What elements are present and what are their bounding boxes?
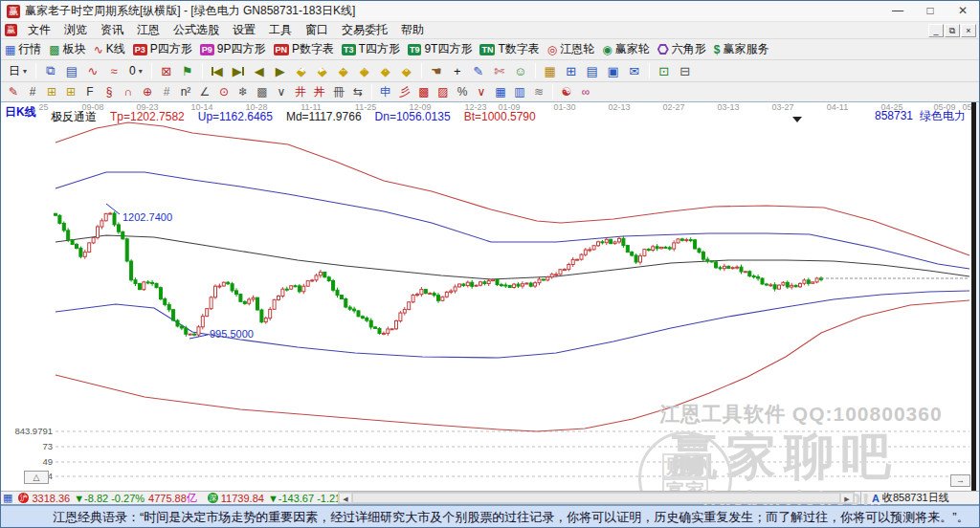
last-bar-icon[interactable]: ▶ <box>229 62 248 80</box>
zoom-out-h-icon[interactable]: ◆↔ <box>334 62 353 80</box>
zigzag-icon[interactable]: ∨ <box>473 84 490 100</box>
hexagon-button[interactable]: 六角形 <box>657 41 706 57</box>
users-icon[interactable]: ☺ <box>511 62 530 80</box>
snowflake-icon[interactable]: ❄ <box>234 84 252 100</box>
pillar-icon[interactable]: 申 <box>377 84 394 100</box>
clipboard-icon[interactable]: ▤ <box>62 62 81 80</box>
winner-service-button[interactable]: $赢家服务 <box>714 41 769 57</box>
kline-button[interactable]: ∿K线 <box>94 41 125 57</box>
winner-wheel-button[interactable]: ◉赢家轮 <box>602 41 649 57</box>
red-grid-icon[interactable]: 丼 <box>311 84 328 100</box>
shaded-box-icon[interactable]: ▩ <box>254 84 271 100</box>
angle-line-icon[interactable]: ∠ <box>196 84 213 100</box>
menu-item-9[interactable]: 交易委托 <box>335 21 394 39</box>
menu-item-3[interactable]: 资讯 <box>94 21 130 39</box>
minimize-button[interactable]: — <box>881 1 914 21</box>
yinyang-icon[interactable]: ☯ <box>558 84 575 100</box>
menu-item-2[interactable]: 浏览 <box>57 21 94 39</box>
ruler-grid-icon[interactable]: # <box>24 84 41 100</box>
menu-item-1[interactable]: 文件 <box>21 21 57 39</box>
maximize-button[interactable]: □ <box>914 1 947 21</box>
app-window: 赢 赢家老子时空周期系统[纵横版] - [绿色电力 GN858731-183日K… <box>0 0 980 528</box>
period-selector[interactable]: 日▾ <box>5 62 31 80</box>
p-square-button[interactable]: P3P四方形 <box>133 41 192 57</box>
gann-square-icon[interactable]: ⊞ <box>43 84 60 100</box>
svg-text:02-13: 02-13 <box>608 102 630 112</box>
scroll-right-button[interactable]: → <box>950 474 970 487</box>
sectors-button[interactable]: ▩板块 <box>49 41 85 57</box>
red-gate-icon[interactable]: 井 <box>292 84 309 100</box>
menu-item-10[interactable]: 帮助 <box>394 21 431 39</box>
mail-icon[interactable]: ✉ <box>625 62 644 80</box>
menu-item-7[interactable]: 工具 <box>262 21 299 39</box>
pen-tool-icon[interactable]: ✎ <box>5 84 22 100</box>
zoom-in-v-icon[interactable]: ◆⇕ <box>397 62 416 80</box>
blue-grid-icon[interactable]: ▦ <box>492 84 509 100</box>
chevron-down-icon: ▾ <box>23 67 27 76</box>
menu-item-6[interactable]: 设置 <box>226 21 262 39</box>
next-bar-icon[interactable]: ▶ <box>271 62 290 80</box>
calculator-icon[interactable]: ⊞ <box>562 62 581 80</box>
adjust-selector[interactable]: 0▾ <box>125 63 146 78</box>
mdi-close-button[interactable]: × <box>961 24 976 37</box>
target-icon[interactable]: ⊙ <box>215 84 233 100</box>
quotes-button[interactable]: ▦行情 <box>5 41 41 57</box>
horizontal-scrollbar[interactable]: ◀ ▶ <box>338 492 855 504</box>
screen-send-icon[interactable]: ⊟ <box>676 62 695 80</box>
book-grid-icon[interactable]: 冊 <box>330 84 347 100</box>
gann-square9-icon[interactable]: ⊞ <box>62 84 79 100</box>
zoom-in-h-icon[interactable]: ◆⇔ <box>355 62 374 80</box>
red-square-icon[interactable]: ▩ <box>415 84 433 100</box>
t-number-button[interactable]: TNT数字表 <box>479 41 539 57</box>
p-number-button[interactable]: PNP数字表 <box>274 41 335 57</box>
hand-tool-icon[interactable]: ☚ <box>427 62 446 80</box>
spiral-icon[interactable]: § <box>100 84 118 100</box>
blue-sheet-icon[interactable]: ▥ <box>511 84 528 100</box>
pan-right-icon[interactable]: ◆▶ <box>313 62 332 80</box>
cycle-arc-icon[interactable]: ∩ <box>120 84 137 100</box>
close-button[interactable]: ✕ <box>947 1 979 21</box>
circle-cycle-icon[interactable]: ⊕ <box>139 84 156 100</box>
quote-grid-icon[interactable]: ▦ <box>3 492 12 504</box>
close-series-label[interactable]: A 收858731日线 <box>868 492 953 504</box>
scrollbar-left-arrow[interactable]: ◀ <box>339 493 352 503</box>
v-lines-icon[interactable]: ∨ <box>273 84 290 100</box>
t-square-button[interactable]: T3T四方形 <box>342 41 400 57</box>
kline-style-icon[interactable]: ∿ <box>83 62 102 80</box>
first-bar-icon[interactable]: ◀ <box>208 62 227 80</box>
span-arrows-icon[interactable]: ⇆ <box>349 84 367 100</box>
red-hatch-icon[interactable]: ▨ <box>434 84 452 100</box>
exrights-icon[interactable]: ⊠ <box>157 62 176 80</box>
scrollbar-right-arrow[interactable]: ▶ <box>840 493 854 503</box>
calendar-icon[interactable]: ▦ <box>541 62 560 80</box>
gann-wheel-button[interactable]: ◎江恩轮 <box>547 41 594 57</box>
annotate-icon[interactable]: ✎ <box>469 62 488 80</box>
mdi-minimize-button[interactable]: _ <box>928 24 944 37</box>
ma-style-icon[interactable]: ≈ <box>104 62 123 80</box>
scrollbar-thumb[interactable] <box>352 493 840 503</box>
zoom-out-v-icon[interactable]: ◆↕ <box>376 62 395 80</box>
t9-square-button[interactable]: T99T四方形 <box>408 41 473 57</box>
report-icon[interactable]: ▤ <box>583 62 602 80</box>
menu-item-5[interactable]: 公式选股 <box>167 21 226 39</box>
infinity-icon[interactable]: ∞ <box>577 84 594 100</box>
crosshair-icon[interactable]: + <box>448 62 467 80</box>
screen-plus-icon[interactable]: ⊡ <box>655 62 674 80</box>
flag-icon[interactable]: ⚑ <box>178 62 197 80</box>
pan-left-icon[interactable]: ◆◀ <box>292 62 311 80</box>
menu-item-8[interactable]: 窗口 <box>299 21 335 39</box>
rays-fan-icon[interactable]: 彡 <box>396 84 413 100</box>
cut-icon[interactable]: ✄ <box>490 62 509 80</box>
expand-panel-button[interactable]: △ <box>24 471 49 484</box>
ruler2-icon[interactable]: # <box>158 84 175 100</box>
mdi-restore-button[interactable]: ⧉ <box>945 24 960 37</box>
layout-icon[interactable]: ⧉ <box>41 62 60 80</box>
waves-icon[interactable]: ≋ <box>530 84 547 100</box>
save-icon[interactable]: ▣ <box>604 62 623 80</box>
n-square-icon[interactable]: n² <box>177 84 194 100</box>
prev-bar-icon[interactable]: ◀ <box>250 62 269 80</box>
p9-square-button[interactable]: P99P四方形 <box>200 41 266 57</box>
menu-item-4[interactable]: 江恩 <box>130 21 167 39</box>
fib-f-icon[interactable]: F <box>81 84 99 100</box>
percent-icon[interactable]: % <box>454 84 471 100</box>
